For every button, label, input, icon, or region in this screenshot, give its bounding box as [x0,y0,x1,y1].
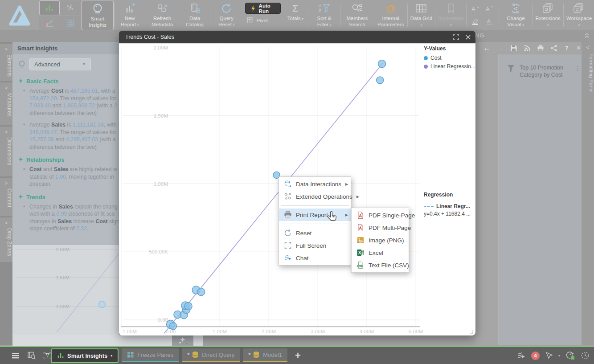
ribbon-separator [210,4,210,27]
auto-run-toggle[interactable]: Auto Run [245,3,281,14]
submenu-item-pdf-single-page[interactable]: PDF Single-Page [352,209,409,221]
sidebar-tab-measures[interactable]: >Measures [0,82,12,125]
submenu-item-pdf-multi-page[interactable]: PDF Multi-Page [352,221,409,234]
regression-equation: y=0.4x + 11682.4 ... [424,211,471,217]
insights-mode-dropdown[interactable]: Advanced ▼ [29,58,91,70]
excel-file-icon: X [356,249,365,257]
pointer-tag-icon[interactable] [545,352,553,360]
nodes-icon [283,192,292,200]
filter-funnel-icon [507,64,515,73]
ribbon-button-smart-insights[interactable]: Smart Insights [82,0,114,30]
filter-chip[interactable]: Top 10 Promotion Category by Cost [499,54,582,78]
menu-item-reset[interactable]: Reset [279,227,351,239]
pointer-menu-caret-icon[interactable]: ▾ [558,354,560,358]
ribbon-button-data-catalog[interactable]: Data Catalog [180,0,209,30]
highlight-color-button[interactable] [469,16,482,27]
forward-icon[interactable]: → [497,44,504,52]
ribbon-button-totals[interactable]: ΣTotals ▾ [283,0,307,30]
menu-item-chat[interactable]: Chat [279,252,351,264]
legend-item[interactable]: Cost [424,55,475,61]
ribbon-button-label: Data Catalog [182,16,207,28]
ribbon-button-new-report[interactable]: New Report ▾ [115,0,144,30]
footer-status-icons: 4▾ [517,347,590,364]
chart-combo-tile[interactable] [39,16,60,30]
maximize-icon[interactable] [453,34,459,40]
ribbon-button-change-visual[interactable]: Change Visual ▾ [500,0,532,30]
help-icon[interactable]: ? [564,45,569,51]
insight-bullet: •Changes in Sales explain the changwell … [23,203,119,233]
sigma-icon: Σ [292,3,299,14]
font-tools-group: AAA [467,0,498,30]
insight-bullet: •Cost and Sales are highly related wstat… [23,166,119,188]
notification-badge[interactable]: 4 [531,352,540,360]
ribbon-button-extensions[interactable]: Extensions ▾ [533,0,563,30]
font-color-button[interactable]: A [483,16,496,27]
save-icon[interactable] [510,45,517,52]
submenu-item-label: PDF Multi-Page [369,225,411,231]
ribbon-button-bookmarks[interactable]: Bookmarks ▾ [436,0,466,30]
sheet-tab-direct-query[interactable]: *Direct Query [182,348,240,362]
more-options-icon[interactable] [577,64,579,71]
ribbon-button-refresh-metadata[interactable]: Refresh Metadata [144,0,180,30]
insight-text-line: difference between the two) [29,143,119,151]
content-search-icon[interactable] [28,352,36,360]
share-icon[interactable] [550,45,557,52]
pivot-button[interactable]: Pivot [245,17,281,24]
submenu-item-text-file-csv-[interactable]: CSVText File (CSV) [352,259,409,271]
feed-icon[interactable] [524,45,531,52]
ribbon-separator [407,4,408,27]
timer-icon[interactable] [581,351,590,360]
smart-actions-button[interactable] [172,335,193,346]
collapse-ribbon-icon[interactable] [583,32,590,40]
reset-icon [283,229,292,237]
submenu-item-image-png-[interactable]: PNGImage (PNG) [352,234,409,246]
menu-item-extended-operations[interactable]: Extended Operations▶ [279,190,351,203]
submenu-item-label: Text File (CSV) [369,262,409,269]
sheet-tab-model1[interactable]: *Model1 [243,348,287,362]
back-icon[interactable]: ← [483,44,491,52]
dialog-title-bar[interactable]: Trends Cost - Sales [119,31,475,43]
svg-text:A: A [319,3,322,8]
ribbon-button-data-grid[interactable]: Data Grid ▾ [408,0,434,30]
close-icon[interactable]: × [576,44,582,52]
formatting-panel-label: Formatting Panel [582,53,594,93]
print-icon[interactable] [537,45,544,52]
ribbon-button-internal-parameters[interactable]: @Internal Parameters [375,0,407,30]
printer-icon [283,211,292,219]
submenu-item-label: PDF Single-Page [369,212,415,219]
sidebar-tab-drop-zones[interactable]: >Drop Zones [0,217,12,262]
chat-gray-icon[interactable] [517,352,526,360]
chart-grid-tile[interactable] [60,16,81,30]
sidebar-tab-content[interactable]: >Content [0,178,12,216]
sheet-tab-freeze-panes[interactable]: Freeze Panes [122,348,179,362]
menu-item-print-report[interactable]: Print Report▶ [279,209,351,221]
menu-separator [281,224,349,224]
font-size-increase-button[interactable]: A [469,3,482,15]
chart-bars-tile[interactable] [39,0,60,15]
ribbon-button-workspace[interactable]: Workspace ▾ [564,0,594,30]
chart-scatter-tile[interactable] [60,0,81,15]
ribbon-button-query-reset[interactable]: Query Reset ▾ [211,0,242,30]
resize-handle-icon[interactable] [468,329,473,334]
sheet-tab-smart-insights[interactable]: Smart Insights▾ [51,348,119,363]
insight-text-line: Cost and Sales are highly related w [29,166,119,173]
gauge-icon[interactable] [565,351,575,360]
add-sheet-button[interactable]: + [295,348,301,362]
ribbon-button-sort-filter[interactable]: AZSort & Filter ▾ [309,0,340,30]
formatting-panel-rail[interactable]: < Formatting Panel [582,42,594,345]
submenu-item-excel[interactable]: XExcel [352,246,409,259]
ribbon-separator [374,4,374,27]
legend-item[interactable]: Linear Regressio... [424,63,475,70]
ribbon-button-members-search[interactable]: Members Search [341,0,373,30]
expand-panel-icon[interactable]: < [582,45,594,51]
ribbon-button-label: Internal Parameters [377,16,405,28]
font-size-decrease-button[interactable]: A [483,3,496,15]
close-icon[interactable] [465,34,471,40]
menu-item-data-interactions[interactable]: Data Interactions▶ [279,178,351,190]
chart-bars-tile-icon [45,4,54,12]
svg-text:A: A [486,6,490,12]
sidebar-tab-dimensions[interactable]: >Dimensions [0,127,12,176]
menu-item-full-screen[interactable]: Full Screen [279,239,351,252]
sidebar-tab-elements[interactable]: >Elements [0,44,12,81]
hamburger-icon[interactable] [12,352,20,359]
